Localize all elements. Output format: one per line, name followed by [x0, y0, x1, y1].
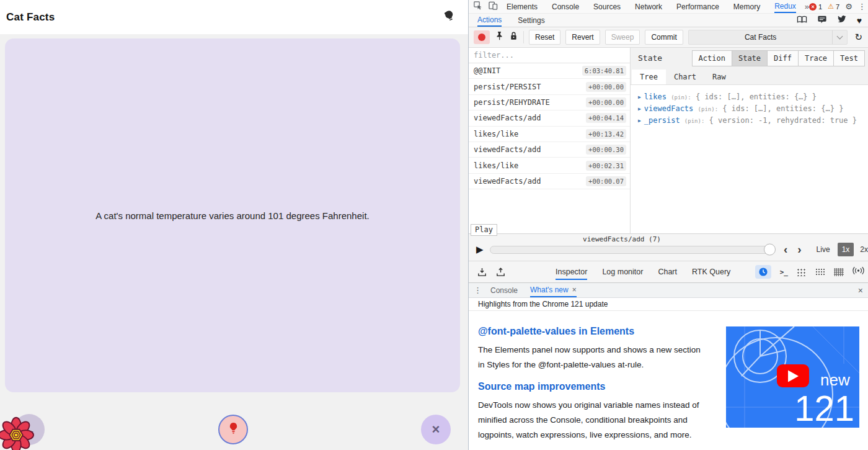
lightbulb-icon[interactable]	[442, 8, 458, 26]
page-title: Cat Facts	[6, 11, 55, 24]
drawer-close-icon[interactable]: ×	[858, 286, 863, 295]
action-row[interactable]: likes/like+00:13.42	[469, 127, 630, 142]
broadcast-icon[interactable]	[852, 266, 864, 277]
drawer-tab-whats-new[interactable]: What's new ×	[530, 283, 577, 297]
tab-close-icon[interactable]: ×	[572, 286, 577, 294]
step-back-button[interactable]: ‹	[784, 243, 787, 256]
monitor-tab-chart[interactable]: Chart	[658, 264, 677, 280]
action-row[interactable]: persist/REHYDRATE+00:00.00	[469, 95, 630, 110]
sync-icon[interactable]: ↻	[852, 32, 864, 43]
import-icon[interactable]	[472, 264, 491, 279]
tab-console[interactable]: Console	[552, 1, 579, 12]
lock-icon[interactable]	[509, 31, 518, 43]
expand-arrow-icon[interactable]: ▶	[638, 104, 641, 115]
drawer-tab-bar: ⋮ Console What's new × ×	[469, 282, 868, 298]
action-row[interactable]: viewedFacts/add+00:04.14	[469, 110, 630, 126]
action-time-badge: +00:00.00	[586, 97, 626, 107]
expand-arrow-icon[interactable]: ▶	[638, 92, 641, 103]
devtools-menu-icon[interactable]: ⋮	[858, 2, 866, 11]
chrome-121-video-thumbnail[interactable]: new 121	[726, 326, 859, 428]
action-row[interactable]: viewedFacts/add+00:00.07	[469, 174, 630, 189]
tab-state[interactable]: State	[732, 50, 768, 66]
speed-2x-button[interactable]: 2x	[860, 245, 868, 254]
tab-memory[interactable]: Memory	[733, 1, 760, 12]
terminal-icon[interactable]: >_	[780, 268, 788, 276]
tree-node-persist[interactable]: ▶_persist (pin): { version: -1, rehydrat…	[638, 115, 868, 127]
reset-button[interactable]: Reset	[529, 30, 560, 45]
whats-new-content: @font-palette-values in Elements The Ele…	[469, 311, 868, 450]
fact-text: A cat's normal temperature varies around…	[95, 210, 369, 221]
action-time-badge: 6:03:40.81	[582, 66, 626, 76]
whats-new-link-source-map[interactable]: Source map improvements	[478, 381, 709, 392]
monitor-tab-inspector[interactable]: Inspector	[556, 264, 587, 280]
tab-redux[interactable]: Redux	[774, 0, 796, 13]
grid-sparse-icon[interactable]	[797, 268, 807, 276]
action-row[interactable]: @@INIT6:03:40.81	[469, 63, 630, 79]
whats-new-header: Highlights from the Chrome 121 update	[469, 298, 868, 311]
inspect-element-icon[interactable]	[474, 1, 482, 12]
tab-performance[interactable]: Performance	[676, 1, 719, 12]
flower-icon	[0, 415, 34, 450]
action-row[interactable]: viewedFacts/add+00:00.30	[469, 142, 630, 158]
drawer-tab-console[interactable]: Console	[490, 284, 518, 297]
fact-lightbulb-button[interactable]	[218, 415, 248, 444]
action-time-badge: +00:04.14	[586, 113, 626, 123]
tab-elements[interactable]: Elements	[507, 1, 538, 12]
subtab-chart[interactable]: Chart	[666, 70, 704, 84]
tab-settings[interactable]: Settings	[518, 14, 544, 26]
tab-action[interactable]: Action	[692, 50, 732, 66]
error-badge[interactable]: × 1	[809, 3, 822, 11]
cat-facts-app: Cat Facts A cat's normal temperature var…	[0, 0, 468, 450]
grid-dense-icon[interactable]	[834, 268, 844, 276]
subtab-tree[interactable]: Tree	[632, 70, 666, 84]
monitor-bar: Inspector Log monitor Chart RTK Query >_	[469, 261, 868, 282]
docs-book-icon[interactable]	[797, 16, 807, 25]
subtab-raw[interactable]: Raw	[704, 70, 734, 84]
tab-test[interactable]: Test	[833, 50, 865, 66]
instance-select[interactable]: Cat Facts	[688, 30, 848, 45]
action-time-badge: +00:02.31	[586, 161, 626, 171]
action-row[interactable]: persist/PERSIST+00:00.00	[469, 79, 630, 94]
commit-button[interactable]: Commit	[645, 30, 683, 45]
export-icon[interactable]	[491, 264, 510, 279]
speed-1x-button[interactable]: 1x	[838, 243, 854, 256]
tab-sources[interactable]: Sources	[593, 1, 621, 12]
tab-diff[interactable]: Diff	[767, 50, 799, 66]
history-clock-icon[interactable]	[755, 265, 771, 279]
more-tabs-icon[interactable]: »	[805, 2, 809, 11]
device-toolbar-icon[interactable]	[489, 1, 498, 12]
twitter-icon[interactable]	[837, 16, 846, 25]
thumb-new-label: new	[820, 371, 850, 389]
heart-icon[interactable]: ♥	[857, 16, 862, 25]
tab-trace[interactable]: Trace	[798, 50, 834, 66]
action-row[interactable]: likes/like+00:02.31	[469, 158, 630, 173]
action-time-badge: +00:00.00	[586, 82, 626, 92]
tree-node-likes[interactable]: ▶likes (pin): { ids: […], entities: {…} …	[638, 91, 868, 103]
dismiss-fact-button[interactable]: ×	[421, 415, 451, 444]
revert-button[interactable]: Revert	[565, 30, 600, 45]
warning-badge[interactable]: ⚠ 7	[828, 2, 839, 11]
grid-medium-icon[interactable]	[815, 268, 825, 276]
play-button[interactable]: ▶	[476, 244, 490, 255]
redux-panel-tab-bar: Actions Settings ♥	[469, 14, 868, 27]
step-forward-button[interactable]: ›	[797, 243, 801, 256]
feedback-icon[interactable]	[818, 16, 826, 25]
live-button[interactable]: Live	[817, 245, 830, 254]
whats-new-link-font-palette[interactable]: @font-palette-values in Elements	[478, 326, 709, 337]
record-button[interactable]	[474, 30, 490, 44]
tab-network[interactable]: Network	[635, 1, 662, 12]
error-icon: ×	[809, 3, 817, 11]
tree-node-viewedfacts[interactable]: ▶viewedFacts (pin): { ids: […], entities…	[638, 103, 868, 115]
monitor-tab-rtk-query[interactable]: RTK Query	[692, 264, 730, 280]
expand-arrow-icon[interactable]: ▶	[638, 115, 641, 127]
pin-icon[interactable]	[495, 31, 504, 43]
drawer-menu-icon[interactable]: ⋮	[474, 286, 482, 295]
tab-actions[interactable]: Actions	[477, 14, 502, 27]
monitor-tab-log-monitor[interactable]: Log monitor	[602, 264, 643, 280]
playback-slider[interactable]	[490, 246, 775, 254]
slider-handle[interactable]	[764, 244, 776, 256]
sweep-button[interactable]: Sweep	[605, 30, 640, 45]
filter-input[interactable]	[469, 48, 630, 63]
thumb-version-label: 121	[794, 388, 854, 428]
settings-gear-icon[interactable]: ⚙	[845, 2, 852, 11]
